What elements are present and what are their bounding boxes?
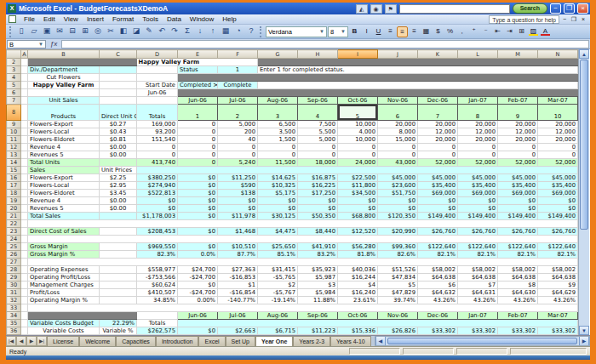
font-size-select[interactable]: 8▼ (328, 26, 348, 37)
cell[interactable]: $16,225 (298, 182, 338, 190)
cell[interactable] (28, 304, 578, 312)
cell[interactable]: $8 (498, 282, 538, 289)
cell[interactable]: $2 (258, 282, 298, 289)
cell[interactable]: Variable Costs Budget (28, 320, 100, 327)
horizontal-scrollbar[interactable]: ◀ ▶ (375, 336, 590, 346)
help-prompt-box[interactable]: Type a question for help (489, 15, 559, 24)
cell[interactable] (100, 66, 137, 74)
cell[interactable]: 12,000 (418, 128, 458, 136)
cell[interactable]: $58,002 (418, 266, 458, 274)
cell[interactable]: 6,500 (258, 121, 298, 128)
cell[interactable]: 20,000 (498, 136, 538, 144)
cell[interactable]: $26,826 (378, 327, 418, 335)
cell[interactable]: 12,000 (458, 128, 498, 136)
cell[interactable] (28, 220, 578, 228)
cell[interactable]: Variable Costs (28, 327, 100, 335)
column-header-H[interactable]: H (298, 50, 338, 59)
cell[interactable] (21, 213, 28, 220)
cell[interactable]: $51,750 (378, 190, 418, 197)
cell[interactable]: Status (178, 66, 218, 74)
cell[interactable] (21, 243, 28, 251)
cell[interactable]: $11,223 (298, 327, 338, 335)
cell[interactable]: 0 (178, 151, 218, 159)
cell[interactable]: $0 (378, 197, 418, 205)
cell[interactable]: 0 (298, 151, 338, 159)
cell[interactable]: $64,638 (538, 274, 578, 282)
cell[interactable]: Revenues 5 (28, 205, 100, 213)
cell[interactable]: Management Charges (28, 282, 100, 289)
cell[interactable]: 0.00% (178, 297, 218, 304)
cell[interactable]: 0 (338, 144, 378, 151)
cell[interactable]: $208,453 (137, 228, 178, 236)
cell[interactable]: $0 (338, 197, 378, 205)
row-header-28[interactable]: 28 (7, 266, 21, 274)
cell[interactable]: $20,990 (378, 228, 418, 236)
cell[interactable]: Operating Margin % (28, 297, 100, 304)
cell[interactable]: $64,631 (458, 289, 498, 297)
menu-file[interactable]: File (20, 15, 39, 23)
cell[interactable]: $10,510 (218, 243, 258, 251)
cell[interactable] (100, 297, 137, 304)
column-header-I[interactable]: I (338, 50, 378, 59)
cell[interactable]: $0 (418, 197, 458, 205)
cell[interactable]: 0 (378, 144, 418, 151)
row-header-27[interactable]: 27 (7, 259, 21, 266)
cell[interactable]: $122,640 (498, 243, 538, 251)
row-header-2[interactable]: 2 (7, 59, 21, 66)
cell[interactable]: 20,000 (458, 121, 498, 128)
cell[interactable]: -19.14% (258, 297, 298, 304)
cell[interactable]: $5,984 (298, 289, 338, 297)
row-header-24[interactable]: 24 (7, 236, 21, 243)
cell[interactable] (137, 312, 178, 320)
cell[interactable]: 85.1% (258, 251, 298, 259)
cell[interactable]: $35,400 (538, 182, 578, 190)
row-header-15[interactable]: 15 (7, 167, 21, 174)
cell[interactable]: $0.81 (100, 136, 137, 144)
cell[interactable] (28, 259, 578, 266)
cell[interactable]: Sales (28, 167, 100, 174)
cell[interactable]: $31,415 (258, 266, 298, 274)
cell[interactable]: 15,000 (378, 136, 418, 144)
cell[interactable]: $0 (178, 197, 218, 205)
cell[interactable]: $0.00 (100, 151, 137, 159)
save-icon[interactable]: ▣ (41, 26, 53, 37)
cell[interactable]: Nov-06 (378, 312, 418, 320)
addin-icon-3[interactable]: ⚑ (385, 4, 397, 14)
column-header-F[interactable]: F (218, 50, 258, 59)
cell[interactable]: Happy Valley Farm (28, 82, 100, 89)
cell[interactable]: $64,638 (458, 274, 498, 282)
cell[interactable] (21, 289, 28, 297)
open-icon[interactable]: ▱ (28, 26, 40, 37)
horizontal-scroll-thumb[interactable] (387, 338, 577, 344)
cell[interactable] (21, 144, 28, 151)
row-header-10[interactable]: 10 (7, 128, 21, 136)
column-header-C[interactable]: C (100, 50, 137, 59)
cell[interactable] (28, 236, 578, 243)
row-header-18[interactable]: 18 (7, 190, 21, 197)
cell[interactable]: Dec-06 (418, 97, 458, 105)
cell[interactable]: $50,350 (298, 213, 338, 220)
cell[interactable]: $149,400 (538, 213, 578, 220)
cell[interactable]: Enter 1 for completed status. (258, 66, 578, 74)
align-left-button[interactable]: ≡ (385, 26, 396, 37)
cell[interactable] (21, 266, 28, 274)
cell[interactable]: 3 (258, 105, 298, 121)
cell[interactable]: $11,978 (218, 213, 258, 220)
cell[interactable]: $64,632 (418, 289, 458, 297)
search-input[interactable] (399, 4, 510, 14)
cell[interactable]: -140.77% (218, 297, 258, 304)
cell[interactable]: Div./Department (28, 66, 100, 74)
cell[interactable]: Flowers-Export (28, 174, 100, 182)
cell[interactable] (100, 97, 137, 105)
cell[interactable]: $30,125 (258, 213, 298, 220)
sheet-tab-capacities[interactable]: Capacities (116, 336, 156, 346)
restore-button[interactable]: ❐ (564, 3, 575, 14)
column-header-E[interactable]: E (178, 50, 218, 59)
cell[interactable]: $0 (137, 205, 178, 213)
row-header-3[interactable]: 3 (7, 66, 21, 74)
cell[interactable]: $3.45 (100, 190, 137, 197)
merge-center-button[interactable]: ▦ (421, 26, 432, 37)
cell[interactable]: Aug-06 (258, 312, 298, 320)
cell[interactable] (21, 82, 28, 89)
cell[interactable]: $0.43 (100, 128, 137, 136)
